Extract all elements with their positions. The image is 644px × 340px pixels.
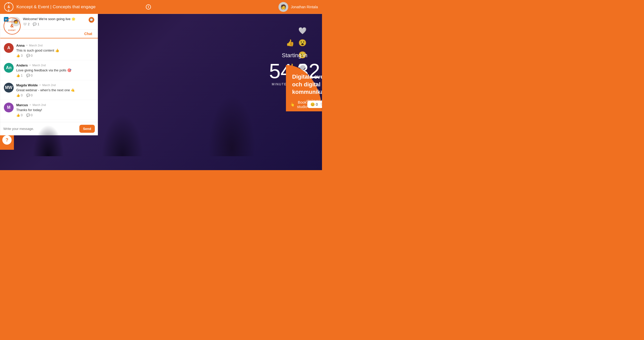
- main-layout: KONCEPT & EVENT 🤍 👍 😮 😐 👍 🤍 😊 👍 🤍 🤍: [0, 14, 322, 170]
- msg-avatar: A: [4, 43, 14, 53]
- avatar: 🧑: [278, 2, 288, 12]
- book-icon: 👆: [290, 102, 295, 107]
- header-title: Koncept & Event | Concepts that engage: [16, 4, 144, 10]
- chat-top-content: Welcome! We're soon going live 🌟 🤍 2 💬 1: [23, 17, 86, 26]
- top-post-likes[interactable]: 🤍 2: [23, 22, 30, 26]
- reaction-heart-count[interactable]: ♡ 0: [320, 102, 322, 106]
- chat-tab-label: Chat: [84, 32, 92, 36]
- reaction-counts: 😊 0 ♡ 0 👍 0 😮 0: [307, 101, 322, 108]
- msg-name: Anders: [16, 63, 28, 67]
- header-user: 🧑 Jonathan Rintala: [278, 2, 318, 12]
- video-bottom-bar: 👆 Book studio 😊 0 ♡ 0 👍 0 😮 0: [286, 97, 307, 111]
- msg-avatar: An: [4, 63, 14, 73]
- floating-reactions: 🤍 👍 😮 😐 👍 🤍 😊 👍 🤍 🤍 Starting in 54 MINUT…: [286, 27, 307, 111]
- msg-actions: 👍 3 💬 0: [16, 54, 94, 57]
- msg-date: March 2nd: [32, 64, 46, 67]
- video-logo: KONCEPT & EVENT: [4, 18, 21, 35]
- msg-meta: Anders • March 2nd: [16, 63, 94, 68]
- msg-body: Anna • March 2nd This is such good conte…: [16, 43, 94, 57]
- reaction-heart: 🤍: [298, 27, 307, 35]
- overlay-text: Digitala event och digital kommunikation: [292, 73, 322, 96]
- info-icon[interactable]: ℹ: [146, 4, 151, 10]
- chat-top-text: Welcome! We're soon going live 🌟: [23, 17, 86, 21]
- msg-text: Love giving feedback via the polls 🎯: [16, 68, 94, 72]
- chat-top-actions: 🤍 2 💬 1: [23, 22, 86, 26]
- chat-message: A Anna • March 2nd This is such good con…: [0, 40, 98, 60]
- scene-backdrop: [0, 74, 322, 156]
- top-post-comments[interactable]: 💬 1: [33, 22, 39, 26]
- msg-date: March 2nd: [29, 44, 43, 47]
- reaction-smile-count[interactable]: 😊 0: [310, 102, 318, 106]
- msg-comments[interactable]: 💬 0: [26, 54, 33, 57]
- chat-tab-icon[interactable]: 💬: [89, 17, 94, 23]
- msg-text: This is such good content 👍: [16, 48, 94, 52]
- video-area: KONCEPT & EVENT 🤍 👍 😮 😐 👍 🤍 😊 👍 🤍 🤍: [0, 14, 322, 170]
- user-name: Jonathan Rintala: [291, 5, 318, 9]
- msg-likes[interactable]: 👍 3: [16, 54, 23, 57]
- book-studio-label: Book studio: [297, 100, 307, 109]
- chat-tab[interactable]: Chat: [82, 31, 94, 37]
- book-studio-button[interactable]: 👆 Book studio: [290, 100, 307, 109]
- msg-meta: Anna • March 2nd: [16, 43, 94, 48]
- header: K&E Koncept & Event | Concepts that enga…: [0, 0, 322, 14]
- msg-name: Anna: [16, 44, 25, 47]
- header-logo: K&E: [4, 2, 13, 12]
